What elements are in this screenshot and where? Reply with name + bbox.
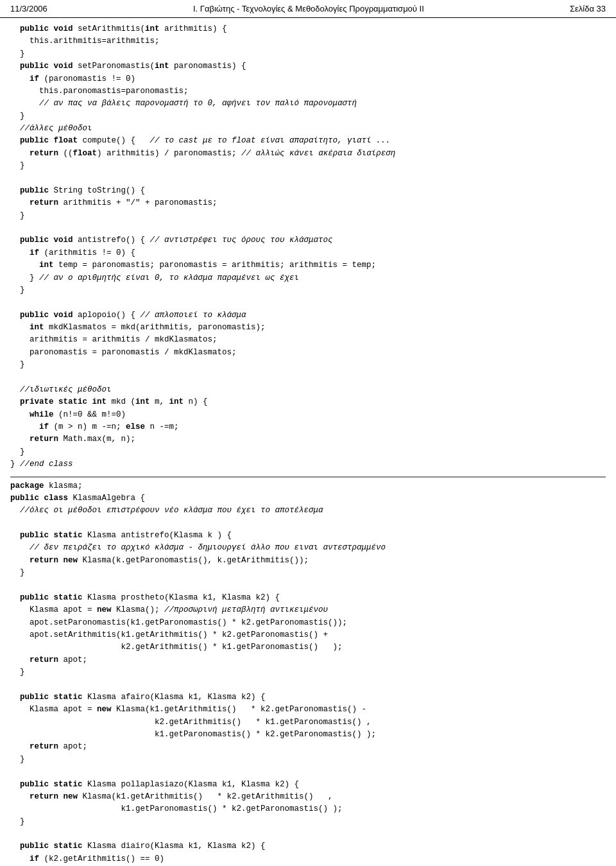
code-section-1: public void setArithmitis(int arithmitis… <box>10 23 606 471</box>
page-header: 11/3/2006 Ι. Γαβιώτης - Τεχνολογίες & Με… <box>0 0 616 18</box>
code-section-2: package klasma; public class KlasmaAlgeb… <box>10 480 606 867</box>
header-date: 11/3/2006 <box>10 4 47 13</box>
section-divider <box>10 476 606 478</box>
header-title: Ι. Γαβιώτης - Τεχνολογίες & Μεθοδολογίες… <box>193 4 424 13</box>
page-content: public void setArithmitis(int arithmitis… <box>0 18 616 866</box>
header-page: Σελίδα 33 <box>570 4 606 13</box>
